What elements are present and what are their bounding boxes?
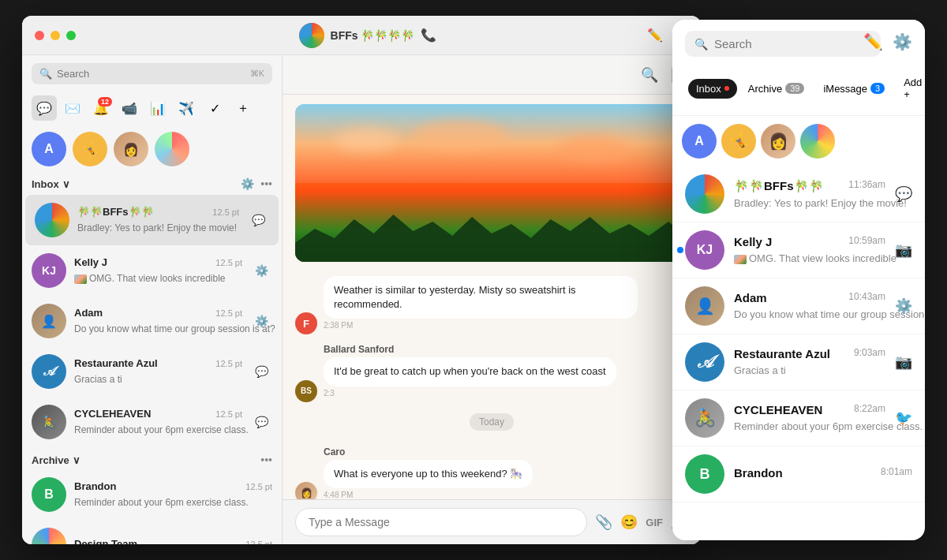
conv-app-restaurante: 💬 (250, 360, 272, 383)
message-input[interactable] (295, 508, 587, 536)
conv-name: 🎋🎋BFFs🎋🎋 (77, 206, 154, 218)
msg-time-bs: 2:3 (324, 389, 616, 398)
ios-avatar-dancer[interactable]: 🤸 (721, 124, 756, 159)
compose-icon[interactable]: ✏️ (647, 28, 663, 43)
ios-compose-icon[interactable]: ✏️ (863, 32, 883, 51)
ios-tab-archive[interactable]: Archive 39 (740, 79, 813, 99)
ios-name-row-bffs: 🎋🎋BFFs🎋🎋 11:36am (734, 179, 885, 193)
avatar-woman[interactable]: 👩 (114, 132, 148, 166)
search-input[interactable] (57, 68, 245, 80)
ios-avatar-woman[interactable]: 👩 (761, 124, 795, 159)
check-tab[interactable]: ✓ (202, 95, 227, 121)
ios-panel: 🔍 ✏️ ⚙️ Inbox Archive 39 iMessage 3 (672, 20, 925, 540)
avatar-caro: 👩 (295, 482, 317, 499)
search-input-wrap[interactable]: 🔍 ⌘K (32, 63, 272, 84)
ios-avatar-gradient[interactable] (800, 124, 835, 159)
gif-label[interactable]: GIF (646, 517, 663, 528)
conv-app-cycleheaven: 💬 (250, 411, 272, 433)
messages-tab[interactable]: 💬 (32, 95, 57, 121)
ios-settings-icon[interactable]: ⚙️ (893, 32, 912, 51)
inbox-text: Inbox (32, 178, 59, 190)
ios-avatar-restaurante: 𝒜 (685, 342, 724, 382)
conv-designteam[interactable]: Design Team 12.5 pt (22, 520, 282, 544)
inbox-header: Inbox ∨ ⚙️ ••• (22, 174, 282, 195)
avatar-dancer[interactable]: 🤸 (73, 132, 107, 166)
ios-tab-inbox[interactable]: Inbox (688, 79, 737, 99)
ios-content-kj: Kelly J 10:59am OMG. That view looks inc… (734, 235, 885, 265)
ios-search-input[interactable] (714, 37, 871, 50)
search-chat-icon[interactable]: 🔍 (641, 66, 658, 84)
notification-tab[interactable]: 🔔 12 (88, 95, 114, 121)
ios-conv-cycleheaven[interactable]: 🚴 CYCLEHEAVEN 8:22am Reminder about your… (672, 390, 925, 446)
more-icon[interactable]: ••• (260, 177, 272, 190)
ios-search-wrap[interactable]: 🔍 (685, 31, 881, 57)
conv-bffs[interactable]: 🎋🎋BFFs🎋🎋 12.5 pt Bradley: Yes to park! E… (25, 195, 279, 245)
close-button[interactable] (35, 31, 44, 40)
ios-conv-adam[interactable]: 👤 Adam 10:43am Do you know what time our… (672, 278, 925, 334)
ios-content-brandon: Brandon 8:01am (734, 466, 912, 482)
ios-content-restaurante: Restaurante Azul 9:03am Gracias a ti (734, 347, 885, 377)
ios-app-kj: 📷 (895, 241, 912, 259)
ios-conv-restaurante[interactable]: 𝒜 Restaurante Azul 9:03am Gracias a ti 📷 (672, 334, 925, 390)
archive-label[interactable]: Archive ∨ (32, 454, 80, 466)
ios-avatar-brandon: B (685, 454, 724, 494)
conv-content-designteam: Design Team 12.5 pt (74, 538, 272, 544)
attachment-icon[interactable]: 📎 (595, 513, 612, 531)
ios-time-kj: 10:59am (848, 235, 885, 248)
facetime-tab[interactable]: 📹 (117, 95, 142, 121)
archive-more[interactable]: ••• (260, 454, 272, 466)
ios-tab-imessage[interactable]: iMessage 3 (815, 79, 893, 99)
conv-preview-restaurante: Gracias a ti (74, 374, 122, 385)
conv-name-restaurante: Restaurante Azul (74, 357, 158, 369)
ios-tab-add[interactable]: Add + (896, 73, 925, 104)
conv-avatar-kellyj: KJ (32, 253, 66, 288)
avatar-a[interactable]: A (32, 132, 66, 166)
conv-restaurante[interactable]: 𝒜 Restaurante Azul 12.5 pt Gracias a ti … (22, 346, 282, 397)
conv-name-kj: Kelly J (74, 256, 107, 268)
avatar-gradient[interactable] (155, 132, 189, 166)
conv-cycleheaven[interactable]: 🚴 CYCLEHEAVEN 12.5 pt Reminder about you… (22, 397, 282, 447)
msg-row-f: F Weather is similar to yesterday. Misty… (295, 271, 688, 334)
conv-time-restaurante: 12.5 pt (215, 359, 242, 368)
inbox-label[interactable]: Inbox ∨ (32, 178, 70, 190)
ios-name-restaurante: Restaurante Azul (734, 347, 830, 360)
ios-name-cycleheaven: CYCLEHEAVEN (734, 403, 822, 416)
ios-conv-kellyj[interactable]: KJ Kelly J 10:59am OMG. That view looks … (672, 222, 925, 278)
fullscreen-button[interactable] (66, 31, 76, 40)
ios-conv-bffs[interactable]: 🎋🎋BFFs🎋🎋 11:36am Bradley: Yes to park! E… (672, 166, 925, 222)
conv-content-restaurante: Restaurante Azul 12.5 pt Gracias a ti (74, 357, 242, 386)
add-tab[interactable]: ＋ (230, 95, 256, 121)
conv-name-adam: Adam (74, 307, 103, 319)
conv-content-kellyj: Kelly J 12.5 pt OMG. That view looks inc… (74, 256, 242, 285)
ios-avatar-adam: 👤 (685, 286, 724, 326)
conv-kellyj[interactable]: KJ Kelly J 12.5 pt OMG. That view looks … (22, 245, 282, 296)
ios-name-bffs: 🎋🎋BFFs🎋🎋 (734, 179, 824, 193)
ios-add-label: Add + (904, 77, 922, 100)
conv-brandon[interactable]: B Brandon 12.5 pt Reminder about your 6p… (22, 469, 282, 520)
telegram-tab[interactable]: ✈️ (174, 95, 199, 121)
chat-area: 🔍 ℹ️ (283, 55, 701, 544)
chat-header: 🔍 ℹ️ (283, 55, 701, 95)
bubble-weather: Weather is similar to yesterday. Misty s… (324, 276, 638, 330)
mail-tab[interactable]: ✉️ (60, 95, 85, 121)
sidebar-icon-bar: 💬 ✉️ 🔔 12 📹 📊 ✈️ ✓ ＋ (22, 92, 282, 127)
group-avatar-inner (299, 23, 324, 48)
ios-avatar-row: A 🤸 👩 (672, 116, 925, 166)
ios-conv-brandon[interactable]: B Brandon 8:01am (672, 446, 925, 502)
ios-content-bffs: 🎋🎋BFFs🎋🎋 11:36am Bradley: Yes to park! E… (734, 179, 885, 210)
msg-time-weather: 2:38 PM (324, 321, 638, 330)
emoji-icon[interactable]: 😊 (620, 513, 638, 531)
date-divider: Today (295, 407, 688, 437)
conv-content-cycleheaven: CYCLEHEAVEN 12.5 pt Reminder about your … (74, 408, 242, 436)
minimize-button[interactable] (51, 31, 60, 40)
ios-content-cycleheaven: CYCLEHEAVEN 8:22am Reminder about your 6… (734, 403, 885, 433)
ios-time-cycleheaven: 8:22am (854, 403, 885, 416)
ios-avatar-a[interactable]: A (682, 124, 717, 159)
conv-adam[interactable]: 👤 Adam 12.5 pt Do you know what time our… (22, 296, 282, 346)
ios-name-kj: Kelly J (734, 235, 772, 248)
activity-tab[interactable]: 📊 (145, 95, 170, 121)
filter-icon[interactable]: ⚙️ (241, 177, 254, 190)
conv-app-adam: ⚙️ (250, 310, 272, 332)
conv-avatar-restaurante: 𝒜 (32, 354, 66, 389)
ios-avatar-bffs (685, 174, 724, 214)
